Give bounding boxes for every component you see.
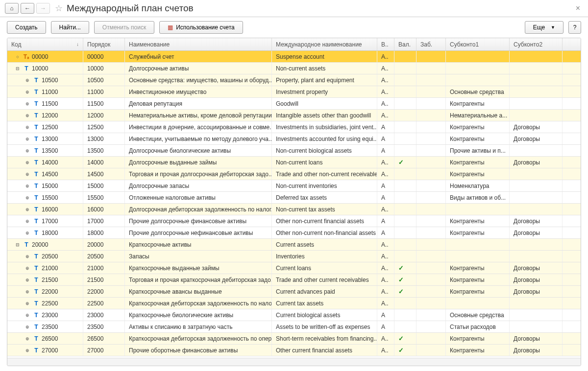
table-row[interactable]: ⊕T2700027000Прочие оборотные финансовые … xyxy=(7,345,581,356)
find-button[interactable]: Найти... xyxy=(51,21,89,34)
tree-toggle-icon[interactable]: ⊕ xyxy=(25,101,30,106)
account-intl-name: Current advances paid xyxy=(272,286,377,297)
account-intl-name: Current biological assets xyxy=(272,309,377,321)
table-row[interactable]: ⊕T1150011500Деловая репутацияGoodwillА..… xyxy=(7,98,581,110)
account-name: Краткосрочные выданные займы xyxy=(125,262,272,274)
back-button[interactable]: ← xyxy=(21,3,34,14)
account-intl-name: Suspense account xyxy=(272,51,377,62)
tree-toggle-icon[interactable]: ⊕ xyxy=(25,172,30,177)
col-offbalance[interactable]: Заб. xyxy=(416,38,446,50)
more-button[interactable]: Еще ▼ xyxy=(525,21,564,34)
subconto2 xyxy=(510,51,563,62)
table-row[interactable]: ⊕T1350013500Долгосрочные биологические а… xyxy=(7,145,581,157)
table-row[interactable]: ⊕T1550015500Отложенные налоговые активыD… xyxy=(7,192,581,204)
tree-toggle-icon[interactable]: ⊕ xyxy=(25,219,30,224)
account-order: 14500 xyxy=(83,168,125,180)
tree-toggle-icon[interactable]: ⊕ xyxy=(25,336,30,341)
table-row[interactable]: ⊕T2300023000Краткосрочные биологические … xyxy=(7,309,581,321)
table-row[interactable]: ⊕T1250012500Инвестиции в дочерние, ассоц… xyxy=(7,121,581,133)
tree-toggle-icon[interactable]: ⊕ xyxy=(25,184,30,188)
checkmark-icon: ✓ xyxy=(398,335,404,342)
table-row[interactable]: ⊟T2000020000Краткосрочные активыCurrent … xyxy=(7,239,581,251)
col-currency[interactable]: Вал. xyxy=(394,38,416,50)
account-intl-name: Investments accounted for using equi... xyxy=(272,133,377,144)
grid-body[interactable]: ○Тₐ0000000000Служебный счетSuspense acco… xyxy=(7,51,581,358)
tree-toggle-icon[interactable]: ○ xyxy=(15,54,20,59)
table-row[interactable]: ⊕T2200022000Краткосрочные авансы выданны… xyxy=(7,286,581,298)
tree-toggle-icon[interactable]: ⊕ xyxy=(25,90,30,94)
create-button[interactable]: Создать xyxy=(7,21,46,34)
table-row[interactable]: ⊕T1800018000Прочие долгосрочные нефинанс… xyxy=(7,227,581,239)
table-row[interactable]: ⊕T2050020500ЗапасыInventoriesА.. xyxy=(7,251,581,262)
account-type-icon: T xyxy=(33,171,40,178)
tree-toggle-icon[interactable]: ⊕ xyxy=(25,254,30,259)
tree-toggle-icon[interactable]: ⊕ xyxy=(25,348,30,353)
currency-flag: ✓ xyxy=(394,333,416,344)
table-row[interactable]: ⊕T2250022500Краткосрочная дебиторская за… xyxy=(7,298,581,309)
col-order[interactable]: Порядок xyxy=(83,38,125,50)
tree-toggle-icon[interactable]: ⊕ xyxy=(25,289,30,294)
table-row[interactable]: ⊕T2350023500Активы к списанию в затратну… xyxy=(7,321,581,333)
table-row[interactable]: ⊕T1700017000Прочие долгосрочные финансов… xyxy=(7,215,581,227)
table-row[interactable]: ⊕T2100021000Краткосрочные выданные займы… xyxy=(7,262,581,274)
table-row[interactable]: ⊕T1100011000Инвестиционное имуществоInve… xyxy=(7,86,581,98)
horizontal-scrollbar[interactable] xyxy=(7,358,581,366)
tree-toggle-icon[interactable]: ⊕ xyxy=(25,207,30,212)
subconto1 xyxy=(446,251,510,262)
table-row[interactable]: ⊕T1050010500Основные средства: имущество… xyxy=(7,74,581,86)
account-code: 20500 xyxy=(42,253,58,260)
account-type: А.. xyxy=(377,63,394,74)
favorite-star-icon[interactable]: ☆ xyxy=(55,3,63,14)
account-code: 15500 xyxy=(42,194,58,201)
subconto2: Договоры xyxy=(510,133,563,144)
subconto2 xyxy=(510,63,563,74)
account-type-icon: T xyxy=(33,147,40,154)
subconto2 xyxy=(510,239,563,250)
table-row[interactable]: ⊕T1300013000Инвестиции, учитываемые по м… xyxy=(7,133,581,145)
currency-flag xyxy=(394,204,416,215)
tree-toggle-icon[interactable]: ⊟ xyxy=(15,66,20,71)
table-row[interactable]: ⊕T2150021500Торговая и прочая краткосроч… xyxy=(7,274,581,286)
account-order: 23500 xyxy=(83,321,125,332)
tree-toggle-icon[interactable]: ⊕ xyxy=(25,325,30,329)
cancel-search-button[interactable]: Отменить поиск xyxy=(94,21,154,34)
tree-toggle-icon[interactable]: ⊕ xyxy=(25,266,30,271)
toolbar: Создать Найти... Отменить поиск ▦ Исполь… xyxy=(0,17,588,38)
account-name: Прочие долгосрочные финансовые активы xyxy=(125,215,272,227)
tree-toggle-icon[interactable]: ⊕ xyxy=(25,195,30,200)
table-row[interactable]: ⊟T1000010000Долгосрочные активыNon-curre… xyxy=(7,63,581,74)
col-subconto1[interactable]: Субконто1 xyxy=(446,38,510,50)
tree-toggle-icon[interactable]: ⊕ xyxy=(25,301,30,306)
tree-toggle-icon[interactable]: ⊕ xyxy=(25,78,30,83)
forward-button[interactable]: → xyxy=(36,3,50,14)
tree-toggle-icon[interactable]: ⊕ xyxy=(25,148,30,153)
tree-toggle-icon[interactable]: ⊕ xyxy=(25,313,30,318)
tree-toggle-icon[interactable]: ⊟ xyxy=(15,242,20,247)
tree-toggle-icon[interactable]: ⊕ xyxy=(25,231,30,235)
offbalance-flag xyxy=(416,180,446,191)
col-code[interactable]: Код↓ xyxy=(7,38,83,50)
account-order: 23000 xyxy=(83,309,125,321)
table-row[interactable]: ⊕T1400014000Долгосрочные выданные займыN… xyxy=(7,157,581,168)
table-row[interactable]: ⊕T1450014500Торговая и прочая долгосрочн… xyxy=(7,168,581,180)
account-intl-name: Non-current loans xyxy=(272,157,377,168)
account-usage-button[interactable]: ▦ Использование счета xyxy=(159,21,243,34)
col-intl[interactable]: Международное наименование xyxy=(272,38,377,50)
col-type[interactable]: В.. xyxy=(377,38,394,50)
table-row[interactable]: ⊕T1200012000Нематериальные активы, кроме… xyxy=(7,110,581,121)
help-button[interactable]: ? xyxy=(568,21,581,34)
close-icon[interactable]: × xyxy=(573,4,583,13)
tree-toggle-icon[interactable]: ⊕ xyxy=(25,160,30,165)
col-subconto2[interactable]: Субконто2 xyxy=(510,38,563,50)
tree-toggle-icon[interactable]: ⊕ xyxy=(25,125,30,130)
table-row[interactable]: ⊕T1500015000Долгосрочные запасыNon-curre… xyxy=(7,180,581,192)
tree-toggle-icon[interactable]: ⊕ xyxy=(25,137,30,141)
table-row[interactable]: ⊕T2650026500Краткосрочная дебиторская за… xyxy=(7,333,581,345)
tree-toggle-icon[interactable]: ⊕ xyxy=(25,278,30,282)
home-button[interactable]: ⌂ xyxy=(5,3,19,14)
table-row[interactable]: ○Тₐ0000000000Служебный счетSuspense acco… xyxy=(7,51,581,63)
tree-toggle-icon[interactable]: ⊕ xyxy=(25,113,30,118)
table-row[interactable]: ⊕T1600016000Долгосрочная дебиторская зад… xyxy=(7,204,581,215)
subconto2: Договоры xyxy=(510,227,563,238)
col-name[interactable]: Наименование xyxy=(125,38,272,50)
